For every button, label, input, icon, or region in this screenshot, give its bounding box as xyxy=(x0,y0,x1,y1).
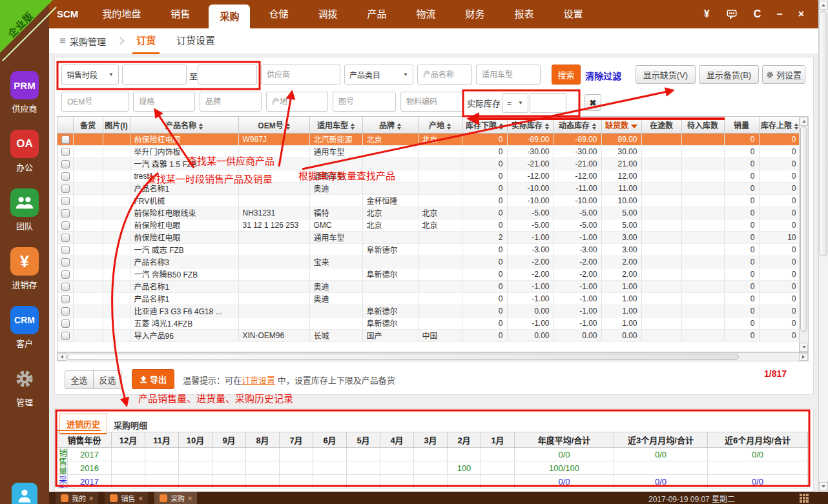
nav-tab[interactable]: 报表 xyxy=(503,0,544,28)
nav-tab[interactable]: 采购 xyxy=(209,5,250,28)
currency-icon[interactable]: ¥ xyxy=(704,9,710,19)
row-checkbox[interactable] xyxy=(61,319,70,328)
table-row[interactable]: 产品名称1奥迪0-10.00-11.0011.0000 xyxy=(57,182,800,194)
close-icon[interactable]: × xyxy=(798,9,804,19)
column-header[interactable]: 产地 xyxy=(418,117,462,133)
operator-select[interactable]: =▼ xyxy=(502,93,528,113)
refresh-icon[interactable]: C xyxy=(754,9,761,19)
stock-value-input[interactable] xyxy=(530,93,566,113)
invert-selection-button[interactable]: 反选 xyxy=(93,370,122,389)
chat-icon[interactable] xyxy=(725,8,738,20)
taskbar-item[interactable]: 我的× xyxy=(56,492,98,504)
sidebar-item-office[interactable]: OA 办公 xyxy=(10,130,39,173)
row-checkbox[interactable] xyxy=(61,283,70,291)
table-row[interactable]: 举升门内饰板通用车型0-30.00-30.0030.0000 xyxy=(57,145,800,157)
column-header[interactable]: OEM号 xyxy=(238,117,309,133)
scrollbar-thumb[interactable] xyxy=(67,354,739,360)
taskbar-item[interactable]: 销售× xyxy=(105,492,147,504)
table-row[interactable]: 前保险杠电眼31 12 1 126 253GMC北京北京0-5.00-5.005… xyxy=(57,219,800,231)
sidebar-item-crm[interactable]: CRM 客户 xyxy=(10,306,39,349)
vehicle-model-input[interactable] xyxy=(476,65,541,85)
close-icon[interactable]: × xyxy=(188,494,192,502)
nav-tab[interactable]: 调拨 xyxy=(307,0,348,28)
show-stock-button[interactable]: 显示备货(B) xyxy=(699,65,759,84)
material-code-input[interactable] xyxy=(400,92,463,112)
app-grid-icon[interactable] xyxy=(800,494,809,503)
export-button[interactable]: 导出 xyxy=(132,369,174,389)
table-row[interactable]: 前保险杠电眼W987J北汽新能源北京北京0-89.00-89.0089.0000 xyxy=(57,133,800,145)
date-from-input[interactable] xyxy=(122,65,187,85)
table-row[interactable]: 产品名称1奥迪0-1.00-1.001.0000 xyxy=(57,292,800,305)
column-header[interactable]: 实际库存 xyxy=(507,117,554,133)
nav-tab[interactable]: 产品 xyxy=(356,0,397,28)
row-checkbox[interactable] xyxy=(61,221,70,230)
sort-icon[interactable] xyxy=(199,123,203,130)
oem-input[interactable] xyxy=(61,92,129,112)
table-vertical-scrollbar[interactable] xyxy=(799,117,808,352)
table-row[interactable]: 一汽 威志 FZB阜新德尔0-3.00-3.003.0000 xyxy=(57,243,800,256)
close-icon[interactable]: × xyxy=(89,494,93,502)
scrollbar-thumb[interactable] xyxy=(800,126,807,332)
tab-order[interactable]: 订货 xyxy=(132,28,160,54)
product-name-input[interactable] xyxy=(417,65,472,85)
nav-tab[interactable]: 设置 xyxy=(552,0,594,28)
taskbar-item[interactable]: 采购× xyxy=(154,492,197,504)
sidebar-item-inventory[interactable]: ¥ 进销存 xyxy=(10,247,39,290)
show-shortage-button[interactable]: 显示缺货(V) xyxy=(636,65,696,84)
minimize-icon[interactable]: − xyxy=(776,9,782,19)
table-row[interactable]: 五菱 鸿光1.4FZB阜新德尔0-1.00-1.001.0000 xyxy=(57,317,800,329)
row-checkbox[interactable] xyxy=(61,148,70,156)
table-row[interactable]: 导入产品96XIN-OEM96长城国产中国00.000.000.0000 xyxy=(57,329,800,341)
table-horizontal-scrollbar[interactable] xyxy=(57,352,809,361)
table-row[interactable]: FRV机械金杯恒隆0-10.00-10.0010.0000 xyxy=(57,194,800,207)
spec-input[interactable] xyxy=(133,92,195,112)
row-checkbox[interactable] xyxy=(61,209,70,217)
column-settings-button[interactable]: 列设置 xyxy=(762,65,805,84)
column-header[interactable]: 产品名称 xyxy=(130,117,238,133)
scroll-down-button[interactable] xyxy=(819,482,828,491)
row-checkbox[interactable] xyxy=(61,258,70,267)
scroll-up-button[interactable] xyxy=(819,1,828,10)
sort-icon[interactable] xyxy=(592,123,596,130)
column-header[interactable]: 适用车型 xyxy=(309,117,362,133)
row-checkbox[interactable] xyxy=(61,185,70,193)
table-row[interactable]: 一汽 奔腾B50 FZB阜新德尔0-2.00-2.002.0000 xyxy=(57,268,800,280)
row-checkbox[interactable] xyxy=(61,136,70,144)
row-checkbox[interactable] xyxy=(61,172,70,181)
category-select[interactable]: 产品类目▼ xyxy=(344,65,413,85)
column-header[interactable]: 动态库存 xyxy=(554,117,601,133)
select-all-button[interactable]: 全选 xyxy=(65,370,94,389)
scroll-right-button[interactable] xyxy=(799,353,808,361)
user-avatar-icon[interactable] xyxy=(12,483,37,504)
sort-icon[interactable] xyxy=(545,123,549,130)
drawing-no-input[interactable] xyxy=(333,92,396,112)
sort-icon[interactable] xyxy=(447,123,451,130)
sort-desc-icon[interactable] xyxy=(631,125,637,128)
date-to-input[interactable] xyxy=(198,65,257,85)
scroll-down-button[interactable] xyxy=(800,343,808,352)
supplier-input[interactable] xyxy=(261,65,340,85)
brand-input[interactable] xyxy=(200,92,262,112)
order-settings-link[interactable]: 订货设置 xyxy=(242,376,275,385)
sidebar-item-team[interactable]: 团队 xyxy=(10,188,39,232)
row-checkbox[interactable] xyxy=(61,295,70,303)
table-row[interactable]: 产品名称3宝来0-2.00-2.002.0000 xyxy=(57,256,800,268)
tab-order-settings[interactable]: 订货设置 xyxy=(176,28,215,54)
scroll-left-button[interactable] xyxy=(57,353,67,361)
tab-history[interactable]: 进销历史 xyxy=(59,414,107,434)
nav-tab[interactable]: 财务 xyxy=(454,0,495,28)
close-icon[interactable]: × xyxy=(138,494,142,502)
clear-filter-link[interactable]: 清除过滤 xyxy=(585,69,621,82)
table-row[interactable]: 产品名称1奥迪0-1.00-1.001.0000 xyxy=(57,280,800,292)
sidebar-item-supplier[interactable]: PRM 供应商 xyxy=(10,71,39,114)
sales-period-select[interactable]: 销售时段▼ xyxy=(61,65,119,85)
table-row[interactable]: 前保险杠电眼线束NH31231福特北京北京0-5.00-5.005.0000 xyxy=(57,207,800,219)
row-checkbox[interactable] xyxy=(61,160,70,168)
column-header[interactable]: 库存上限 xyxy=(759,117,800,133)
nav-tab[interactable]: 销售 xyxy=(160,0,201,28)
search-button[interactable]: 搜索 xyxy=(552,65,581,85)
table-row[interactable]: trest1通用车型0-12.00-12.0012.0000 xyxy=(57,170,800,182)
sort-icon[interactable] xyxy=(499,123,503,130)
sort-icon[interactable] xyxy=(351,123,355,130)
nav-tab[interactable]: 仓储 xyxy=(258,0,299,28)
